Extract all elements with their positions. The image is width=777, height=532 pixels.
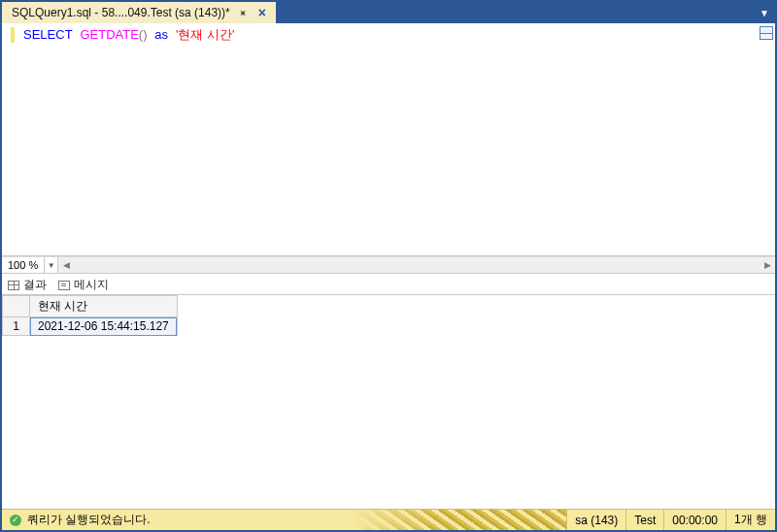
scroll-left-icon[interactable]: ◀ [58,257,74,273]
scroll-right-icon[interactable]: ▶ [760,257,775,273]
horizontal-scrollbar[interactable] [74,257,760,273]
message-icon [58,281,70,290]
status-rows: 1개 행 [726,510,775,530]
tab-messages[interactable]: 메시지 [58,277,109,293]
tab-title: SQLQuery1.sql - 58....049.Test (sa (143)… [12,6,230,19]
table-row[interactable]: 1 2021-12-06 15:44:15.127 [3,317,178,336]
zoom-dropdown[interactable]: ▼ [45,257,58,273]
close-icon[interactable]: × [254,5,270,20]
tab-strip: SQLQuery1.sql - 58....049.Test (sa (143)… [2,2,775,23]
result-cell[interactable]: 2021-12-06 15:44:15.127 [30,317,178,336]
header-row: 현재 시간 [3,296,178,317]
status-message: 쿼리가 실행되었습니다. [27,512,151,528]
results-tab-strip: 결과 메시지 [2,274,775,295]
status-spacer [158,510,567,530]
status-left: ✓ 쿼리가 실행되었습니다. [2,512,158,528]
success-icon: ✓ [10,515,21,526]
status-bar: ✓ 쿼리가 실행되었습니다. sa (143) Test 00:00:00 1개… [2,509,775,530]
code-area[interactable]: SELECT GETDATE() as '현재 시간' [19,23,758,255]
zoom-value[interactable]: 100 % [2,257,45,273]
results-panel: 현재 시간 1 2021-12-06 15:44:15.127 [2,295,775,509]
status-db: Test [625,510,663,530]
string-alias: '현재 시간' [176,27,235,42]
split-view-icon[interactable] [760,26,773,40]
editor-gutter [2,23,19,255]
status-user: sa (143) [566,510,625,530]
zoom-bar: 100 % ▼ ◀ ▶ [2,256,775,274]
row-number[interactable]: 1 [3,317,30,336]
redacted-server-name [353,510,566,530]
sql-editor[interactable]: SELECT GETDATE() as '현재 시간' [2,23,775,256]
keyword-select: SELECT [23,27,73,42]
function-getdate: GETDATE [80,27,138,42]
parens: () [139,27,148,42]
keyword-as: as [154,27,168,42]
corner-cell [3,296,30,317]
document-tab[interactable]: SQLQuery1.sql - 58....049.Test (sa (143)… [2,2,276,23]
status-time: 00:00:00 [663,510,726,530]
column-header[interactable]: 현재 시간 [30,296,178,317]
tab-results[interactable]: 결과 [8,277,47,293]
window-list-dropdown[interactable]: ▼ [754,2,775,23]
pin-icon[interactable]: ✦ [234,5,250,20]
app-frame: SQLQuery1.sql - 58....049.Test (sa (143)… [0,0,777,532]
tab-messages-label: 메시지 [74,277,109,293]
editor-side-controls [758,23,775,255]
grid-icon [8,281,19,290]
results-grid[interactable]: 현재 시간 1 2021-12-06 15:44:15.127 [2,295,178,336]
status-right: sa (143) Test 00:00:00 1개 행 [566,510,775,530]
tab-results-label: 결과 [23,277,47,293]
